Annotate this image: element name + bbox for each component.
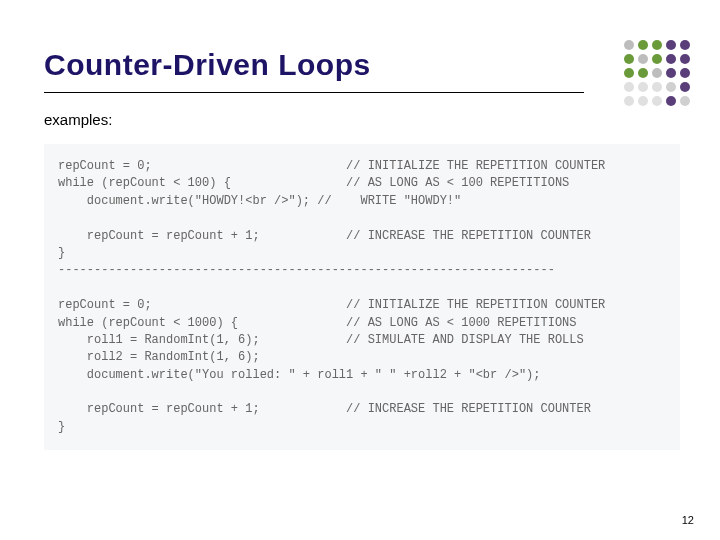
slide-title: Counter-Driven Loops	[44, 48, 680, 82]
deco-dot	[624, 40, 634, 50]
deco-dot	[680, 40, 690, 50]
deco-dot	[652, 54, 662, 64]
deco-dot	[638, 40, 648, 50]
deco-dot	[666, 96, 676, 106]
deco-dot	[638, 54, 648, 64]
deco-dot	[624, 82, 634, 92]
deco-dot	[680, 96, 690, 106]
deco-dot	[666, 40, 676, 50]
deco-dot	[652, 40, 662, 50]
deco-dot	[652, 68, 662, 78]
deco-dot	[638, 82, 648, 92]
deco-dot	[680, 82, 690, 92]
deco-dot	[680, 68, 690, 78]
page-number: 12	[682, 514, 694, 526]
deco-dot	[624, 96, 634, 106]
deco-dot	[624, 68, 634, 78]
deco-dot	[652, 96, 662, 106]
decorative-dot-grid	[624, 40, 692, 108]
title-underline	[44, 92, 584, 93]
deco-dot	[624, 54, 634, 64]
deco-dot	[638, 68, 648, 78]
deco-dot	[652, 82, 662, 92]
deco-dot	[666, 54, 676, 64]
deco-dot	[666, 68, 676, 78]
deco-dot	[638, 96, 648, 106]
examples-label: examples:	[44, 111, 680, 128]
code-example-block: repCount = 0; // INITIALIZE THE REPETITI…	[44, 144, 680, 450]
deco-dot	[666, 82, 676, 92]
deco-dot	[680, 54, 690, 64]
